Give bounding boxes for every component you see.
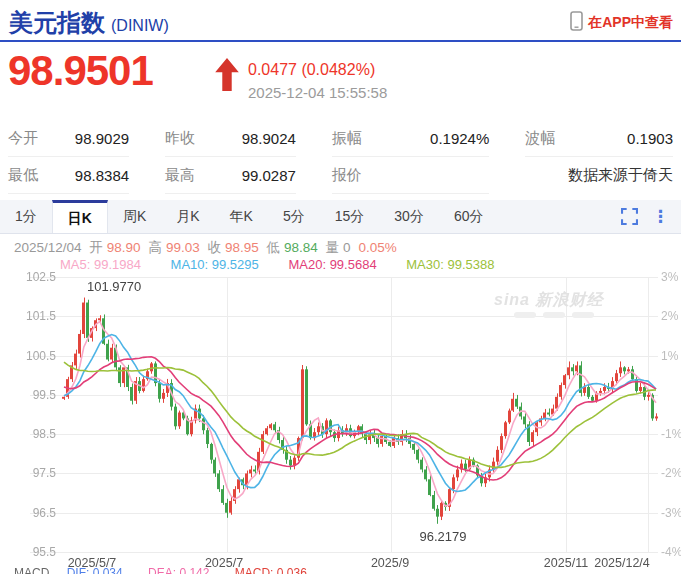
ma-legend: MA5: 99.1984 MA10: 99.5295 MA20: 99.5684…: [60, 257, 520, 272]
open-in-app-label: 在APP中查看: [588, 14, 673, 32]
y-axis-label: 102.5: [4, 270, 56, 284]
tab-monthly-k[interactable]: 月K: [161, 200, 214, 233]
phone-icon: [570, 11, 583, 35]
ohlc-pct-value: 0.05%: [358, 240, 396, 255]
stat-quote: 报价: [332, 157, 489, 194]
tab-yearly-k[interactable]: 年K: [215, 200, 268, 233]
pct-axis-label: -1%: [661, 427, 681, 441]
y-axis-label: 96.5: [4, 506, 56, 520]
x-axis-label: 2025/9: [345, 556, 435, 570]
chart-toolbar: ⋮: [621, 200, 681, 233]
usd-index-quote-page: 美元指数(DINIW) 在APP中查看 98.9501 0.0477 (0.04…: [0, 0, 681, 574]
last-price: 98.9501: [8, 47, 153, 95]
tab-weekly-k[interactable]: 周K: [108, 200, 161, 233]
tab-5min[interactable]: 5分: [268, 200, 320, 233]
tab-daily-k[interactable]: 日K: [52, 200, 108, 233]
kline-period-tabbar: 1分 日K 周K 月K 年K 5分 15分 30分 60分 ⋮: [0, 200, 681, 234]
ohlc-low-value: 98.84: [284, 240, 318, 255]
y-axis-label: 97.5: [4, 466, 56, 480]
more-options-icon[interactable]: ⋮: [652, 208, 669, 225]
stat-range: 波幅0.1903: [525, 120, 673, 157]
price-change: 0.0477 (0.0482%): [248, 61, 375, 79]
pct-axis-label: 1%: [661, 349, 681, 363]
tab-1min[interactable]: 1分: [0, 200, 52, 233]
quote-timestamp: 2025-12-04 15:55:58: [248, 84, 387, 101]
stat-high: 最高99.0287: [165, 157, 296, 194]
header: 美元指数(DINIW) 在APP中查看: [0, 0, 681, 40]
watermark-slogan: [514, 312, 594, 318]
tab-15min[interactable]: 15分: [320, 200, 380, 233]
stat-open: 今开98.9029: [8, 120, 129, 157]
y-axis-label: 100.5: [4, 349, 56, 363]
quote-stats-grid: 今开98.9029 昨收98.9024 振幅0.1924% 波幅0.1903 最…: [8, 120, 673, 194]
ma10-legend: MA10: 99.5295: [171, 257, 259, 272]
ma30-legend: MA30: 99.5388: [406, 257, 494, 272]
ohlc-open-label: 开: [89, 240, 103, 255]
instrument-name: 美元指数: [9, 9, 105, 36]
y-axis-label: 101.5: [4, 309, 56, 323]
up-arrow-icon: [215, 58, 239, 95]
candlestick-chart-area: 102.5 101.5 100.5 99.5 98.5 97.5 96.5 95…: [0, 272, 681, 574]
pct-axis-label: 2%: [661, 309, 681, 323]
sina-watermark: sina 新浪财经: [494, 290, 603, 311]
ma20-legend: MA20: 99.5684: [288, 257, 376, 272]
ohlc-close-value: 98.95: [225, 240, 259, 255]
x-axis-label: 2025/12/4: [577, 556, 667, 570]
stat-amplitude: 振幅0.1924%: [332, 120, 489, 157]
stat-low: 最低98.8384: [8, 157, 129, 194]
header-divider: [0, 40, 681, 42]
ohlc-high-label: 高: [148, 240, 162, 255]
pct-axis-label: 3%: [661, 270, 681, 284]
tab-30min[interactable]: 30分: [379, 200, 439, 233]
tab-60min[interactable]: 60分: [439, 200, 499, 233]
stat-prev-close: 昨收98.9024: [165, 120, 296, 157]
ohlc-close-label: 收: [207, 240, 221, 255]
ohlc-low-label: 低: [267, 240, 281, 255]
clipped-indicator-row: MACD DIF: 0.034 DEA: 0.142 MACD: 0.036: [14, 566, 307, 574]
kline-date: 2025/12/04: [14, 240, 82, 255]
pct-axis-label: -3%: [661, 506, 681, 520]
ohlc-open-value: 98.90: [107, 240, 141, 255]
ohlc-high-value: 99.03: [166, 240, 200, 255]
y-axis-label: 99.5: [4, 388, 56, 402]
high-annotation: 101.9770: [87, 279, 141, 294]
stat-data-source: 数据来源于倚天: [525, 157, 673, 194]
ma5-legend: MA5: 99.1984: [60, 257, 141, 272]
ohlc-vol-label: 量: [326, 240, 340, 255]
y-axis-label: 98.5: [4, 427, 56, 441]
ohlc-vol-value: 0: [343, 240, 351, 255]
pct-axis-label: -2%: [661, 466, 681, 480]
fullscreen-icon[interactable]: [621, 208, 638, 225]
page-title: 美元指数(DINIW): [9, 7, 169, 39]
instrument-symbol: (DINIW): [111, 17, 169, 34]
open-in-app-link[interactable]: 在APP中查看: [570, 11, 673, 35]
low-annotation: 96.2179: [398, 529, 488, 544]
kline-ohlc-row: 2025/12/04 开98.90 高99.03 收98.95 低98.84 量…: [14, 239, 401, 257]
